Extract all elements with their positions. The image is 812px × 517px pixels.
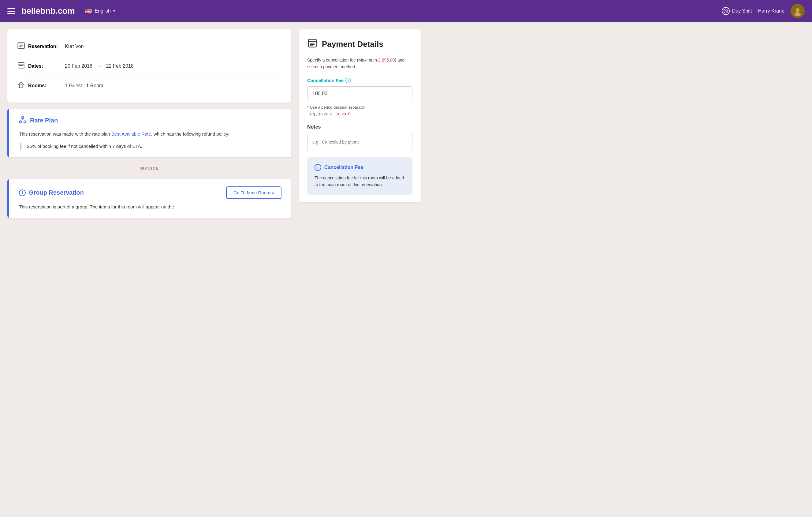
reservation-guest-name: Kurt Von	[65, 44, 84, 49]
reservation-info-card: Reservation: Kurt Von Dates:	[7, 29, 291, 103]
logo: bellebnb.com	[22, 6, 75, 16]
svg-rect-3	[796, 11, 799, 12]
group-info-icon: i	[19, 189, 26, 196]
cancellation-fee-input[interactable]	[307, 86, 412, 101]
svg-rect-17	[20, 121, 22, 123]
payment-description: Specify a cancellation fee (Maximum £ 29…	[307, 57, 412, 71]
cancel-info-title-row: i Cancellation Fee	[315, 164, 405, 171]
rate-plan-title-text: Rate Plan	[30, 117, 58, 124]
go-to-main-room-button[interactable]: Go To Main Room »	[226, 186, 282, 199]
shift-selector[interactable]: Day Shift	[722, 7, 752, 15]
invoice-line-right	[164, 168, 291, 168]
reservation-label: Reservation:	[28, 44, 65, 49]
left-column: Reservation: Kurt Von Dates:	[7, 29, 291, 218]
calendar-icon	[17, 61, 28, 71]
menu-button[interactable]	[7, 8, 15, 14]
decimal-valid-mark: ✓	[329, 112, 332, 116]
language-selector[interactable]: 🇺🇸 English ▾	[84, 7, 115, 15]
notes-input[interactable]	[307, 133, 412, 151]
group-content: i Group Reservation Go To Main Room » Th…	[9, 179, 291, 218]
rate-plan-desc-after: , which has the following refund policy:	[151, 131, 229, 137]
rate-plan-content: Rate Plan This reservation was made with…	[9, 109, 291, 157]
max-amount: £ 295.00	[378, 58, 395, 62]
svg-rect-14	[22, 65, 23, 66]
payment-details-card: Payment Details Specify a cancellation f…	[299, 29, 421, 202]
header: bellebnb.com 🇺🇸 English ▾ Day Shift Harr…	[0, 0, 812, 22]
shift-label: Day Shift	[732, 8, 752, 14]
cancel-info-description: The cancellation fee for this room will …	[315, 174, 405, 188]
date-to: 22 Feb 2018	[106, 63, 134, 69]
rooms-row: Rooms: 1 Guest , 1 Room	[17, 76, 282, 95]
arrow-icon: →	[97, 63, 102, 69]
avatar	[790, 4, 805, 18]
svg-point-2	[794, 12, 801, 16]
rooms-label: Rooms:	[28, 83, 65, 88]
payment-desc-before: Specify a cancellation fee (Maximum	[307, 58, 378, 62]
main-layout: Reservation: Kurt Von Dates:	[0, 22, 428, 225]
decimal-hint-line1: * Use a period decimal separator	[307, 105, 365, 110]
reservation-row: Reservation: Kurt Von	[17, 37, 282, 56]
notes-label: Notes	[307, 124, 412, 130]
cancellation-fee-label: Cancellation Fee i	[307, 78, 412, 83]
group-title: i Group Reservation	[19, 189, 84, 196]
cancellation-fee-info-icon: i	[345, 78, 351, 83]
dates-value: 20 Feb 2018 → 22 Feb 2018	[65, 63, 134, 69]
svg-rect-12	[20, 65, 21, 66]
right-column: Payment Details Specify a cancellation f…	[299, 29, 421, 218]
dates-label: Dates:	[28, 63, 65, 69]
language-label: English	[94, 8, 111, 14]
cancellation-fee-label-text: Cancellation Fee	[307, 78, 344, 83]
group-description: This reservation is part of a group. The…	[19, 203, 282, 211]
cancel-info-icon: i	[315, 164, 321, 171]
rate-plan-title-row: Rate Plan	[19, 116, 282, 125]
rate-plan-link[interactable]: Best Available Rate	[111, 131, 151, 137]
group-reservation-card: i Group Reservation Go To Main Room » Th…	[7, 179, 291, 218]
rate-plan-policy: 25% of booking fee if not cancelled with…	[20, 143, 282, 150]
svg-rect-4	[18, 43, 25, 49]
payment-title-row: Payment Details	[307, 38, 412, 51]
dates-row: Dates: 20 Feb 2018 → 22 Feb 2018	[17, 56, 282, 76]
invoice-line-left	[7, 168, 135, 168]
rooms-value: 1 Guest , 1 Room	[65, 83, 103, 88]
chevron-down-icon: ▾	[113, 9, 115, 13]
cancel-info-title-text: Cancellation Fee	[324, 165, 363, 170]
decimal-hint: * Use a period decimal separator e.g., 1…	[307, 104, 412, 117]
rate-plan-desc-before: This reservation was made with the rate …	[19, 131, 111, 137]
payment-icon	[307, 38, 318, 51]
decimal-invalid-val: 10,20	[336, 112, 346, 116]
rate-plan-card: Rate Plan This reservation was made with…	[7, 109, 291, 157]
cancellation-fee-info-box: i Cancellation Fee The cancellation fee …	[307, 157, 412, 195]
flag-icon: 🇺🇸	[84, 7, 92, 15]
clock-icon	[722, 7, 730, 15]
date-from: 20 Feb 2018	[65, 63, 92, 69]
username-label: Harry Krane	[758, 8, 784, 14]
rate-plan-icon	[19, 116, 26, 125]
rate-plan-description: This reservation was made with the rate …	[19, 130, 282, 138]
svg-rect-15	[20, 85, 23, 88]
decimal-invalid-mark: ✗	[347, 112, 350, 116]
group-title-text: Group Reservation	[29, 189, 84, 196]
svg-rect-13	[21, 65, 22, 66]
payment-title-text: Payment Details	[322, 39, 383, 49]
decimal-hint-example: e.g., 10.20	[309, 112, 328, 116]
svg-rect-16	[22, 117, 24, 118]
reservation-icon	[17, 42, 28, 51]
header-right: Day Shift Harry Krane	[722, 4, 805, 18]
svg-rect-18	[24, 121, 26, 123]
home-icon	[17, 81, 28, 90]
group-header-row: i Group Reservation Go To Main Room »	[19, 186, 282, 199]
invoice-label: INVOICE	[140, 166, 159, 170]
invoice-divider: INVOICE	[7, 163, 291, 173]
